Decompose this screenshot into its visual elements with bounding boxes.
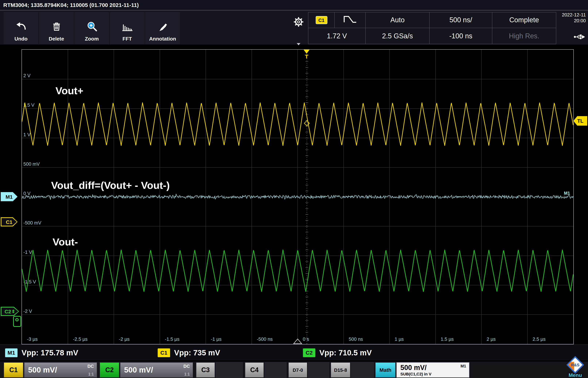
settings-gear-button[interactable] — [292, 17, 305, 45]
trigger-position-value: -100 ns — [449, 32, 472, 40]
voltage-label: -1 V — [23, 249, 32, 255]
rs-logo-text: R&S — [570, 360, 580, 370]
time-label: -1.5 µs — [165, 336, 180, 342]
channel-bar: C1 500 mV/ DC 1:1 C2 500 mV/ DC 1:1 C3 C… — [0, 361, 588, 378]
c1-vpp-value: Vpp: 735 mV — [174, 348, 220, 357]
trigger-level-tag-label: TL — [577, 118, 583, 124]
trigger-position-cell[interactable]: -100 ns — [429, 28, 492, 44]
usb-icon — [574, 34, 585, 41]
time-label: 1 µs — [395, 336, 404, 342]
oscilloscope-screen: RTM3004; 1335.8794K04; 110005 (01.700 20… — [0, 0, 588, 378]
digital-d15-8-settings[interactable] — [351, 362, 374, 378]
annotation-button[interactable]: Annotation — [145, 12, 180, 44]
voltage-label: -500 mV — [23, 220, 41, 226]
fft-button[interactable]: FFT — [110, 12, 144, 44]
measurement-m1[interactable]: M1 Vpp: 175.78 mV — [5, 345, 78, 361]
probe-indicator-icon — [13, 316, 21, 327]
date-label: 2022-12-11 — [557, 12, 586, 18]
c1-badge: C1 — [158, 348, 170, 357]
waveform-annotation: Vout- — [52, 236, 78, 248]
channel-c3-tab[interactable]: C3 — [196, 362, 215, 378]
channel-c4-settings[interactable] — [265, 362, 287, 378]
voltage-label: 500 mV — [23, 161, 40, 167]
acquisition-state-cell[interactable]: Complete — [492, 12, 556, 28]
pencil-icon — [157, 21, 168, 33]
trigger-mode-value: Auto — [390, 16, 405, 24]
c2-badge: C2 — [303, 348, 315, 357]
rs-logo-icon: R&S — [566, 356, 584, 374]
time-label: -2 µs — [119, 336, 130, 342]
measurement-bar: M1 Vpp: 175.78 mV C1 Vpp: 735 mV C2 Vpp:… — [0, 344, 588, 361]
zoom-button[interactable]: Zoom — [75, 12, 109, 44]
trigger-source-cell[interactable]: C1 — [308, 12, 335, 28]
math-function: SUB(C1,C2) in V — [400, 372, 431, 376]
waveform-display[interactable]: 2 V1.5 V1 V500 mV0 V-500 mV-1 V-1.5 V-2 … — [22, 49, 574, 344]
time-label: -500 ns — [257, 336, 273, 342]
measurement-c1[interactable]: C1 Vpp: 735 mV — [158, 345, 220, 361]
delete-button[interactable]: Delete — [39, 12, 74, 44]
c2-coupling: DC — [183, 364, 190, 369]
channel-c2-tab[interactable]: C2 — [100, 362, 119, 378]
timebase-cell[interactable]: 500 ns/ — [429, 12, 492, 28]
trigger-slope-icon — [343, 14, 357, 26]
graticule-svg[interactable]: 2 V1.5 V1 V500 mV0 V-500 mV-1 V-1.5 V-2 … — [22, 50, 573, 344]
menu-button[interactable]: R&S Menu — [564, 358, 587, 378]
trigger-arrow-icon — [304, 50, 310, 54]
channel-c2-settings[interactable]: 500 mV/ DC 1:1 — [120, 362, 193, 378]
trigger-level-value: 1.72 V — [327, 32, 347, 40]
channel2-position-tag[interactable]: C2 ⇕ — [1, 307, 19, 316]
time-label: 1.5 µs — [441, 336, 454, 342]
channel-c3-settings[interactable] — [216, 362, 243, 378]
channel1-position-tag[interactable]: C1 — [1, 217, 17, 227]
digital-d7-0-settings[interactable] — [308, 362, 329, 378]
m1-vpp-value: Vpp: 175.78 mV — [22, 348, 78, 357]
channel-c4-tab[interactable]: C4 — [245, 362, 264, 378]
math-tag-label: M1 — [6, 194, 13, 200]
ch1-tag-label: C1 — [6, 219, 13, 225]
acquisition-state-value: Complete — [509, 16, 539, 24]
trash-icon — [51, 21, 62, 33]
chevron-down-icon — [297, 43, 301, 45]
zoom-icon — [86, 21, 97, 33]
datetime: 2022-12-11 20:00 — [557, 12, 587, 24]
c1-scale: 500 mV/ — [28, 365, 57, 374]
undo-button[interactable]: Undo — [4, 12, 38, 44]
time-label: -1 µs — [211, 336, 221, 342]
math-m1-position-tag[interactable]: M1 — [1, 192, 17, 201]
c1-coupling: DC — [87, 364, 94, 369]
time-label: -2.5 µs — [73, 336, 88, 342]
math-tab[interactable]: Math — [375, 362, 396, 378]
trigger-position-marker[interactable]: T — [302, 50, 311, 60]
math-settings[interactable]: 500 mV/ SUB(C1,C2) in V M1 — [396, 362, 469, 378]
digital-d7-0-tab[interactable]: D7-0 — [288, 362, 307, 378]
ch2-tag-label: C2 — [5, 309, 11, 314]
measurement-c2[interactable]: C2 Vpp: 710.5 mV — [303, 345, 372, 361]
c4-tab-label: C4 — [250, 366, 259, 374]
undo-label: Undo — [14, 36, 27, 42]
acquisition-mode-cell[interactable]: High Res. — [492, 28, 556, 44]
channel-c1-tab[interactable]: C1 — [4, 362, 23, 378]
gear-icon — [293, 17, 304, 28]
trigger-level-cell[interactable]: 1.72 V — [308, 28, 366, 44]
digital-d15-8-tab[interactable]: D15-8 — [331, 362, 350, 378]
zoom-label: Zoom — [85, 36, 99, 42]
status-grid: C1 Auto 500 ns/ Complete 1.72 V 2.5 GSa/… — [308, 12, 556, 44]
timebase-value: 500 ns/ — [449, 16, 472, 24]
trigger-mode-cell[interactable]: Auto — [365, 12, 430, 28]
d7-0-tab-label: D7-0 — [293, 367, 303, 373]
time-label: -3 µs — [27, 336, 38, 342]
trigger-slope-cell[interactable] — [334, 12, 366, 28]
sample-rate-value: 2.5 GSa/s — [382, 32, 413, 40]
math-tab-label: Math — [379, 367, 391, 373]
updown-arrows-icon: ⇕ — [12, 309, 15, 314]
undo-icon — [15, 21, 27, 33]
time-label: 20:00 — [557, 18, 586, 24]
channel-c1-settings[interactable]: 500 mV/ DC 1:1 — [24, 362, 97, 378]
sample-rate-cell[interactable]: 2.5 GSa/s — [365, 28, 430, 44]
time-label: 500 ns — [349, 336, 363, 342]
voltage-label: -1.5 V — [23, 279, 36, 284]
trigger-level-tag[interactable]: TL — [573, 116, 587, 126]
time-label: 2 µs — [486, 336, 496, 342]
fft-label: FFT — [122, 36, 132, 42]
c1-tab-label: C1 — [9, 366, 18, 374]
